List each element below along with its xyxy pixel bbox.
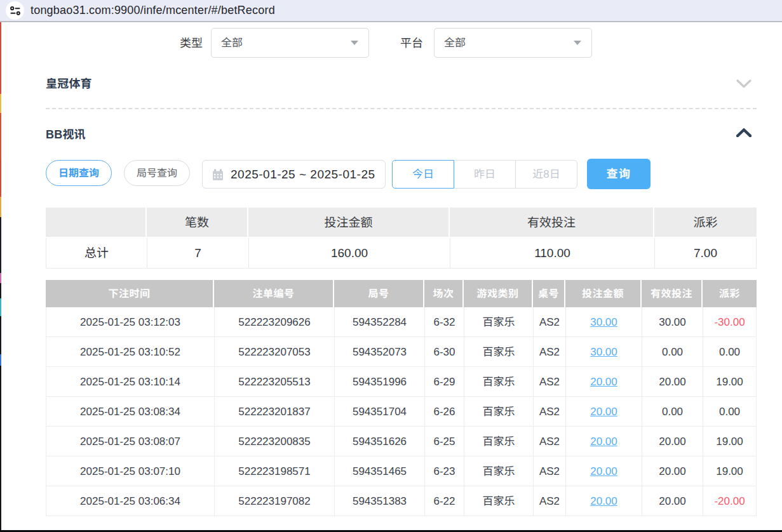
summary-total-cell-1: 7 [147, 238, 248, 268]
bet-cell-0-3: 6-32 [424, 307, 464, 336]
bet-table-row-4: 2025-01-25 03:08:07522223200835594351626… [46, 427, 757, 456]
bet-cell-1-2: 594352073 [334, 337, 424, 366]
bet-record-screen: tongbao31.com:9900/infe/mcenter/#/betRec… [0, 0, 782, 532]
bet-amount-link[interactable]: 20.00 [590, 406, 617, 417]
bet-cell-6-3: 6-22 [424, 486, 464, 515]
platform-select[interactable]: 全部 [434, 28, 592, 58]
search-button[interactable]: 查询 [587, 159, 651, 189]
bet-cell-5-6: 20.00 [565, 456, 642, 486]
bet-cell-2-3: 6-29 [424, 367, 464, 396]
bet-cell-4-5: AS2 [533, 427, 565, 456]
bet-amount-link[interactable]: 20.00 [590, 466, 617, 477]
bet-cell-4-3: 6-25 [424, 427, 464, 456]
bet-cell-6-1: 522223197082 [214, 486, 334, 515]
bet-header-cell-3: 场次 [424, 280, 462, 307]
chevron-up-icon[interactable] [736, 128, 752, 137]
bet-table-body: 2025-01-25 03:12:03522223209626594352284… [46, 307, 757, 516]
site-settings-button[interactable] [6, 1, 24, 20]
bet-cell-1-8: 0.00 [703, 337, 757, 366]
summary-header-cell-3: 有效投注 [450, 208, 653, 237]
section-divider [46, 108, 757, 109]
bet-cell-3-6: 20.00 [565, 397, 642, 426]
bet-cell-2-8: 19.00 [703, 367, 757, 396]
bet-cell-3-4: 百家乐 [464, 397, 533, 426]
last-8-days-button[interactable]: 近8日 [515, 160, 577, 189]
round-query-tab[interactable]: 局号查询 [124, 160, 190, 186]
platform-select-value: 全部 [444, 37, 573, 48]
bet-cell-5-0: 2025-01-25 03:07:10 [46, 456, 214, 486]
section-title-crown-sports: 皇冠体育 [46, 78, 92, 90]
bet-cell-0-4: 百家乐 [464, 307, 533, 336]
summary-total-cell-0: 总计 [46, 238, 147, 268]
bet-cell-6-8: -20.00 [703, 486, 757, 515]
bet-cell-2-6: 20.00 [565, 367, 642, 396]
bet-header-cell-1: 注单编号 [214, 280, 333, 307]
bet-cell-4-4: 百家乐 [464, 427, 533, 456]
bet-cell-0-0: 2025-01-25 03:12:03 [46, 307, 214, 336]
summary-header-cell-4: 派彩 [654, 208, 757, 237]
bet-header-cell-0: 下注时间 [46, 280, 213, 307]
bet-cell-5-5: AS2 [533, 456, 565, 486]
date-range-value: 2025-01-25 ~ 2025-01-25 [231, 168, 375, 180]
bet-cell-6-4: 百家乐 [464, 486, 533, 515]
bet-table-row-5: 2025-01-25 03:07:10522223198571594351465… [46, 456, 757, 486]
bet-cell-1-5: AS2 [533, 337, 565, 366]
bet-cell-1-0: 2025-01-25 03:10:52 [46, 337, 214, 366]
bet-records-table: 下注时间注单编号局号场次游戏类别桌号投注金额有效投注派彩 2025-01-25 … [46, 280, 757, 516]
bet-cell-1-3: 6-30 [424, 337, 464, 366]
bet-cell-2-0: 2025-01-25 03:10:14 [46, 367, 214, 396]
bet-cell-1-6: 30.00 [565, 337, 642, 366]
platform-filter-label: 平台 [400, 28, 423, 58]
bet-header-cell-4: 游戏类别 [464, 280, 532, 307]
bet-cell-2-5: AS2 [533, 367, 565, 396]
bet-cell-4-6: 20.00 [565, 427, 642, 456]
today-button[interactable]: 今日 [392, 160, 454, 189]
yesterday-button[interactable]: 昨日 [454, 160, 516, 189]
summary-table: 笔数投注金额有效投注派彩 总计7160.00110.007.00 [46, 208, 757, 269]
summary-header-cell-2: 投注金额 [248, 208, 448, 237]
bet-cell-4-7: 20.00 [642, 427, 703, 456]
url-text[interactable]: tongbao31.com:9900/infe/mcenter/#/betRec… [30, 0, 275, 21]
bet-cell-0-6: 30.00 [565, 307, 642, 336]
bet-table-row-1: 2025-01-25 03:10:52522223207053594352073… [46, 337, 757, 367]
bet-header-cell-7: 有效投注 [642, 280, 701, 307]
bet-amount-link[interactable]: 20.00 [590, 376, 617, 387]
bet-cell-4-1: 522223200835 [214, 427, 334, 456]
bet-table-row-3: 2025-01-25 03:08:34522223201837594351704… [46, 397, 757, 427]
bet-cell-0-7: 30.00 [642, 307, 703, 336]
tune-icon [9, 4, 22, 17]
bet-cell-6-2: 594351383 [334, 486, 424, 515]
bet-cell-0-2: 594352284 [334, 307, 424, 336]
bet-amount-link[interactable]: 30.00 [590, 347, 617, 357]
bet-cell-5-8: 19.00 [703, 456, 757, 486]
bet-amount-link[interactable]: 20.00 [590, 436, 617, 447]
bet-cell-6-7: 20.00 [642, 486, 703, 515]
bet-cell-1-4: 百家乐 [464, 337, 533, 366]
section-title-bb-video: BB视讯 [46, 129, 86, 140]
quick-date-button-group: 今日 昨日 近8日 [392, 160, 579, 189]
summary-table-total-row: 总计7160.00110.007.00 [46, 238, 757, 269]
bet-amount-link[interactable]: 20.00 [590, 496, 617, 507]
type-select[interactable]: 全部 [211, 28, 369, 58]
bet-cell-2-4: 百家乐 [464, 367, 533, 396]
bet-cell-6-6: 20.00 [565, 486, 642, 515]
bet-cell-6-0: 2025-01-25 03:06:34 [46, 486, 214, 515]
bet-cell-1-1: 522223207053 [214, 337, 334, 366]
bet-header-cell-5: 桌号 [533, 280, 564, 307]
bet-header-cell-6: 投注金额 [565, 280, 640, 307]
summary-total-cell-2: 160.00 [248, 238, 450, 268]
bet-cell-3-1: 522223201837 [214, 397, 334, 426]
bet-cell-3-3: 6-26 [424, 397, 464, 426]
date-query-tab[interactable]: 日期查询 [46, 160, 112, 186]
chevron-down-icon[interactable] [736, 79, 752, 88]
bet-cell-3-0: 2025-01-25 03:08:34 [46, 397, 214, 426]
bet-cell-3-7: 0.00 [642, 397, 703, 426]
bet-cell-4-2: 594351626 [334, 427, 424, 456]
bet-cell-5-2: 594351465 [334, 456, 424, 486]
date-range-input[interactable]: 2025-01-25 ~ 2025-01-25 [202, 160, 386, 189]
bet-cell-0-5: AS2 [533, 307, 565, 336]
summary-total-cell-3: 110.00 [450, 238, 654, 268]
bet-amount-link[interactable]: 30.00 [590, 317, 617, 328]
calendar-icon [212, 168, 224, 181]
bet-cell-2-2: 594351996 [334, 367, 424, 396]
